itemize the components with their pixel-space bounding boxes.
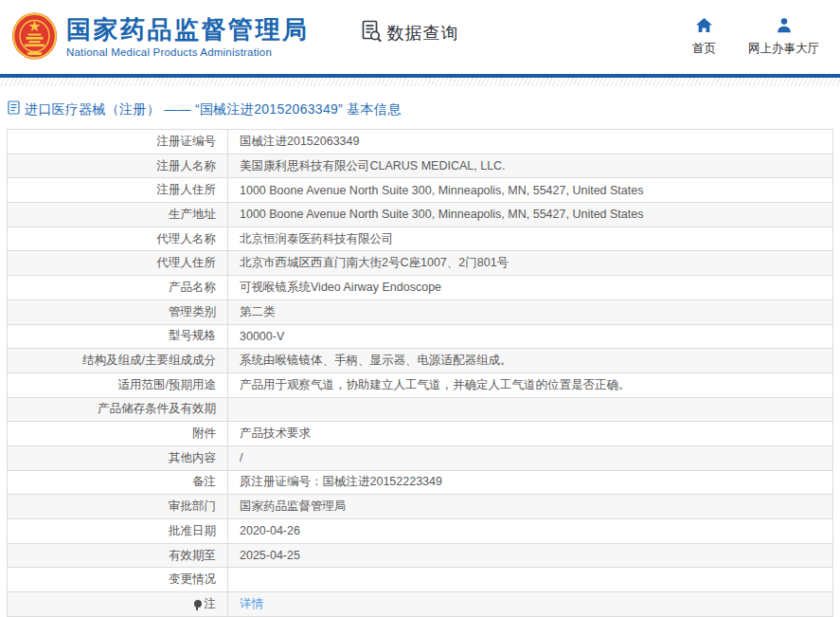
table-row: 审批部门国家药品监督管理局 <box>8 495 832 519</box>
table-row: 产品储存条件及有效期 <box>8 398 832 423</box>
row-label: 代理人名称 <box>8 227 228 251</box>
row-label: 适用范围/预期用途 <box>8 373 228 397</box>
hatch-pattern-band <box>0 78 840 86</box>
row-label: 管理类别 <box>8 300 228 324</box>
row-label: 注册人名称 <box>8 154 228 178</box>
nav-item-service-hall-label: 网上办事大厅 <box>748 41 819 57</box>
document-search-icon <box>359 19 384 47</box>
table-row: 注册人住所1000 Boone Avenue North Suite 300, … <box>8 178 832 203</box>
row-value: 30000-V <box>228 325 832 349</box>
row-label: 备注 <box>8 471 228 495</box>
row-value: 1000 Boone Avenue North Suite 300, Minne… <box>228 203 832 227</box>
row-label: 注册证编号 <box>8 130 228 154</box>
row-value: 第二类 <box>228 300 832 324</box>
table-row: 批准日期2020-04-26 <box>8 519 832 544</box>
row-label: 有效期至 <box>8 544 228 568</box>
row-label: 产品名称 <box>8 276 228 299</box>
nav-item-service-hall[interactable]: 网上办事大厅 <box>748 17 819 57</box>
agency-name-cn: 国家药品监督管理局 <box>66 16 310 45</box>
table-row: 代理人住所北京市西城区西直门南大街2号C座1007、2门801号 <box>8 251 832 276</box>
row-label: 批准日期 <box>8 519 228 543</box>
page-header: 国家药品监督管理局 National Medical Products Admi… <box>0 0 840 74</box>
row-label: 型号规格 <box>8 325 228 349</box>
row-label: 注 <box>8 592 228 616</box>
info-table: 注册证编号国械注进20152063349注册人名称美国康利思科技有限公司CLAR… <box>7 129 833 617</box>
note-pin-icon <box>194 600 202 608</box>
row-label: 审批部门 <box>8 495 228 518</box>
home-icon <box>695 17 713 37</box>
row-label: 其他内容 <box>8 446 228 470</box>
row-label: 注册人住所 <box>8 178 228 202</box>
table-row: 管理类别第二类 <box>8 300 832 325</box>
row-value: 详情 <box>228 592 832 616</box>
table-row: 型号规格30000-V <box>8 325 832 350</box>
row-value: 北京恒润泰医药科技有限公司 <box>228 227 832 251</box>
row-value: 北京市西城区西直门南大街2号C座1007、2门801号 <box>228 251 832 275</box>
row-label: 结构及组成/主要组成成分 <box>8 349 228 372</box>
breadcrumb: 进口医疗器械（注册） —— “国械注进20152063349” 基本信息 <box>8 100 840 118</box>
row-label: 代理人住所 <box>8 251 228 275</box>
row-value: 美国康利思科技有限公司CLARUS MEDICAL, LLC. <box>228 154 832 178</box>
row-value: 国械注进20152063349 <box>228 130 832 154</box>
header-nav: 首页 网上办事大厅 <box>692 17 827 57</box>
agency-title-block: 国家药品监督管理局 National Medical Products Admi… <box>66 16 310 58</box>
row-value <box>228 398 832 422</box>
row-value: 产品用于观察气道，协助建立人工气道，并确定人工气道的位置是否正确。 <box>228 373 832 397</box>
table-row: 代理人名称北京恒润泰医药科技有限公司 <box>8 227 832 252</box>
row-value: 1000 Boone Avenue North Suite 300, Minne… <box>228 178 832 202</box>
nav-item-home[interactable]: 首页 <box>692 17 716 57</box>
document-icon <box>8 100 20 118</box>
row-label: 生产地址 <box>8 203 228 227</box>
row-value: 2020-04-26 <box>228 519 832 543</box>
data-query-label: 数据查询 <box>387 22 459 45</box>
table-row: 产品名称可视喉镜系统Video Airway Endoscope <box>8 276 832 300</box>
person-icon <box>776 17 793 37</box>
nav-item-home-label: 首页 <box>692 41 716 57</box>
table-row: 注册证编号国械注进20152063349 <box>8 130 832 154</box>
row-value: 原注册证编号：国械注进20152223349 <box>228 471 832 495</box>
national-emblem-icon <box>11 12 58 62</box>
table-row: 注详情 <box>8 592 832 617</box>
row-value: 国家药品监督管理局 <box>228 495 832 518</box>
row-value: / <box>228 446 832 470</box>
row-value: 系统由喉镜镜体、手柄、显示器、电源适配器组成。 <box>228 349 832 372</box>
row-label: 产品储存条件及有效期 <box>8 398 228 422</box>
row-value: 产品技术要求 <box>228 422 832 445</box>
table-row: 其他内容/ <box>8 446 832 471</box>
data-query-link[interactable]: 数据查询 <box>359 19 459 47</box>
agency-name-en: National Medical Products Administration <box>66 46 310 58</box>
table-row: 变更情况 <box>8 568 832 592</box>
table-row: 备注原注册证编号：国械注进20152223349 <box>8 471 832 496</box>
table-row: 结构及组成/主要组成成分系统由喉镜镜体、手柄、显示器、电源适配器组成。 <box>8 349 832 373</box>
row-value <box>228 568 832 591</box>
breadcrumb-text: 进口医疗器械（注册） —— “国械注进20152063349” 基本信息 <box>25 101 401 118</box>
row-label: 附件 <box>8 422 228 445</box>
table-row: 适用范围/预期用途产品用于观察气道，协助建立人工气道，并确定人工气道的位置是否正… <box>8 373 832 398</box>
table-row: 生产地址1000 Boone Avenue North Suite 300, M… <box>8 203 832 227</box>
table-row: 有效期至2025-04-25 <box>8 544 832 569</box>
row-value: 可视喉镜系统Video Airway Endoscope <box>228 276 832 299</box>
detail-link[interactable]: 详情 <box>240 596 263 612</box>
agency-brand: 国家药品监督管理局 National Medical Products Admi… <box>11 12 310 62</box>
table-row: 注册人名称美国康利思科技有限公司CLARUS MEDICAL, LLC. <box>8 154 832 179</box>
row-label: 变更情况 <box>8 568 228 591</box>
table-row: 附件产品技术要求 <box>8 422 832 446</box>
row-value: 2025-04-25 <box>228 544 832 568</box>
